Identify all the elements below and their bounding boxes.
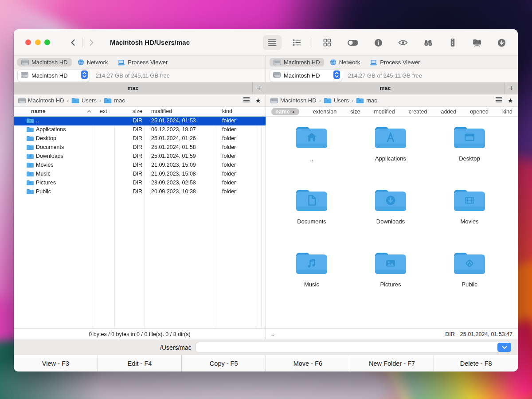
breadcrumb: Macintosh HD› Users› mac (18, 97, 243, 104)
right-folder-tabbar: mac + (266, 82, 518, 94)
folder-tab-mac[interactable]: mac (266, 82, 505, 94)
table-row-pictures[interactable]: Pictures DIR 23.09.2023, 02:58 folder (14, 179, 266, 188)
column-header-modified[interactable]: modified (374, 109, 395, 115)
minimize-button[interactable] (35, 39, 41, 45)
hard-drive-icon (21, 59, 29, 66)
sort-ascending-icon (87, 108, 91, 114)
breadcrumb-macintosh-hd[interactable]: Macintosh HD (270, 97, 317, 104)
column-header-modified[interactable]: modified (151, 108, 172, 114)
folder-icon (374, 186, 407, 215)
breadcrumb-mac[interactable]: mac (356, 97, 377, 104)
pane-tab-macintosh-hd[interactable]: Macintosh HD (270, 58, 324, 66)
fkey-copy-f5[interactable]: Copy - F5 (182, 355, 266, 372)
detail-view-icon[interactable] (287, 35, 306, 50)
fkey-edit-f4[interactable]: Edit - F4 (98, 355, 182, 372)
list-view-icon[interactable] (263, 35, 282, 50)
grid-item-music[interactable]: Music (272, 249, 351, 312)
breadcrumb-users[interactable]: Users (324, 97, 349, 104)
table-row-downloads[interactable]: Downloads DIR 25.01.2024, 01:59 folder (14, 152, 266, 161)
column-header-kind[interactable]: kind (502, 109, 512, 115)
info-icon[interactable] (369, 35, 387, 50)
table-row-applications[interactable]: Applications DIR 06.12.2023, 18:07 folde… (14, 125, 266, 134)
globe-icon (330, 59, 336, 66)
archive-icon[interactable] (444, 35, 462, 50)
column-header-ext[interactable]: ext (93, 108, 114, 114)
folder-icon (26, 117, 34, 124)
download-icon[interactable] (493, 35, 511, 50)
zoom-button[interactable] (44, 39, 50, 45)
table-row-documents[interactable]: Documents DIR 25.01.2024, 01:58 folder (14, 143, 266, 152)
pane-tab-network[interactable]: Network (326, 58, 364, 66)
table-row-public[interactable]: Public DIR 20.09.2023, 10:38 folder (14, 188, 266, 196)
column-header-opened[interactable]: opened (470, 109, 489, 115)
sort-ascending-icon: ▲ (292, 110, 295, 113)
breadcrumb-separator: › (352, 97, 353, 104)
fkey-view-f3[interactable]: View - F3 (14, 355, 98, 372)
column-header-kind[interactable]: kind (222, 108, 232, 114)
folder-icon (295, 123, 329, 152)
column-header-size[interactable]: size (115, 108, 142, 114)
fkey-new-folder-f7[interactable]: New Folder - F7 (350, 355, 434, 372)
right-pane: Macintosh HDNetworkProcess Viewer Macint… (266, 56, 518, 340)
grid-item-desktop[interactable]: Desktop (430, 123, 509, 186)
pane-tab-process-viewer[interactable]: Process Viewer (113, 58, 172, 66)
breadcrumb-users[interactable]: Users (71, 97, 97, 104)
grid-item-documents[interactable]: Documents (272, 186, 351, 249)
column-header-created[interactable]: created (409, 109, 427, 115)
table-row-movies[interactable]: Movies DIR 21.09.2023, 15:09 folder (14, 161, 266, 170)
table-row-music[interactable]: Music DIR 21.09.2023, 15:08 folder (14, 170, 266, 179)
grid-item-applications[interactable]: Applications (351, 123, 430, 186)
toggle-icon[interactable] (342, 35, 364, 50)
add-tab-button[interactable]: + (252, 82, 266, 94)
fkey-move-f6[interactable]: Move - F6 (266, 355, 350, 372)
table-row-parent[interactable]: .. DIR 25.01.2024, 01:53 folder (14, 117, 266, 125)
favorites-star-icon[interactable]: ★ (508, 97, 513, 104)
grid-item-downloads[interactable]: Downloads (351, 186, 430, 249)
hard-drive-icon (270, 98, 278, 104)
pane-tab-process-viewer[interactable]: Process Viewer (366, 58, 424, 66)
drive-free-space: 214,27 GB of 245,11 GB free (96, 72, 170, 79)
grid-item-movies[interactable]: Movies (430, 186, 509, 249)
grid-view-icon[interactable] (318, 35, 336, 50)
command-input[interactable] (196, 342, 497, 352)
breadcrumb-macintosh-hd[interactable]: Macintosh HD (18, 97, 64, 104)
column-header-extension[interactable]: extension (313, 109, 337, 115)
close-button[interactable] (25, 39, 31, 45)
favorites-star-icon[interactable]: ★ (255, 97, 261, 104)
function-key-bar: View - F3Edit - F4Copy - F5Move - F6New … (14, 355, 518, 372)
column-header-added[interactable]: added (441, 109, 456, 115)
column-header-name[interactable]: name (31, 108, 46, 114)
table-row-desktop[interactable]: Desktop DIR 25.01.2024, 01:26 folder (14, 134, 266, 143)
folder-icon (26, 171, 34, 177)
folder-user-icon (71, 97, 79, 104)
pane-tab-macintosh-hd[interactable]: Macintosh HD (17, 58, 72, 66)
view-menu-icon[interactable] (495, 97, 502, 105)
traffic-lights (25, 39, 50, 45)
path-dropdown-button[interactable] (497, 343, 511, 352)
file-list: .. DIR 25.01.2024, 01:53 folder Applicat… (14, 117, 266, 328)
drive-selector[interactable]: Macintosh HD (270, 70, 342, 82)
forward-button[interactable] (87, 38, 96, 47)
grid-item-public[interactable]: Public (430, 249, 509, 312)
stepper-icon (333, 70, 340, 81)
column-header-size[interactable]: size (350, 109, 360, 115)
add-tab-button[interactable]: + (505, 82, 518, 94)
grid-item-pictures[interactable]: Pictures (351, 249, 430, 312)
grid-item-parent[interactable]: .. (272, 123, 351, 186)
left-drive-row: Macintosh HD 214,27 GB of 245,11 GB free (14, 69, 266, 82)
drive-selector[interactable]: Macintosh HD (18, 70, 90, 82)
view-menu-icon[interactable] (243, 97, 250, 105)
back-button[interactable] (69, 38, 78, 47)
laptop-icon (117, 59, 125, 66)
folder-tab-mac[interactable]: mac (14, 82, 252, 94)
column-header-name[interactable]: name▲ (271, 108, 299, 115)
pane-tab-network[interactable]: Network (74, 58, 112, 66)
command-input-wrap (196, 342, 512, 352)
fkey-delete-f8[interactable]: Delete - F8 (434, 355, 518, 372)
breadcrumb-mac[interactable]: mac (104, 97, 125, 104)
breadcrumb-separator: › (99, 97, 101, 104)
stepper-icon (81, 70, 88, 81)
eye-icon[interactable] (393, 35, 413, 50)
binoculars-icon[interactable] (419, 35, 438, 50)
network-folder-icon[interactable] (467, 35, 487, 50)
